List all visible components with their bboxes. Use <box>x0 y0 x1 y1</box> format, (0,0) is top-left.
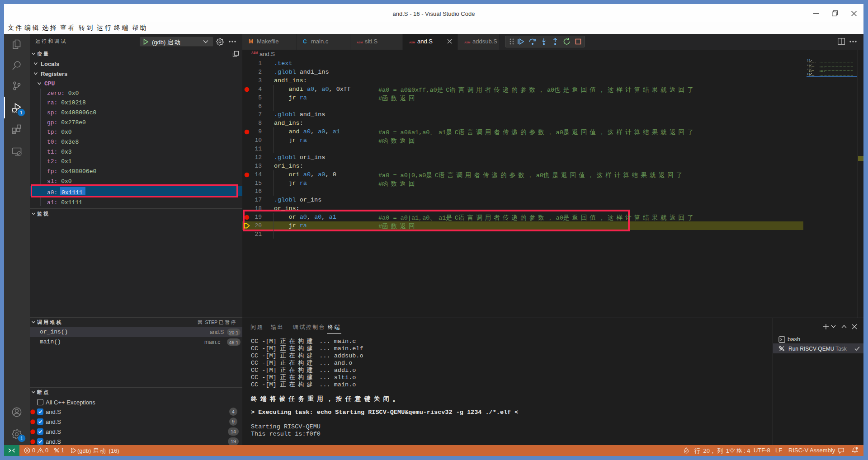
svg-text:1: 1 <box>20 436 23 441</box>
svg-text:1: 1 <box>20 110 23 115</box>
